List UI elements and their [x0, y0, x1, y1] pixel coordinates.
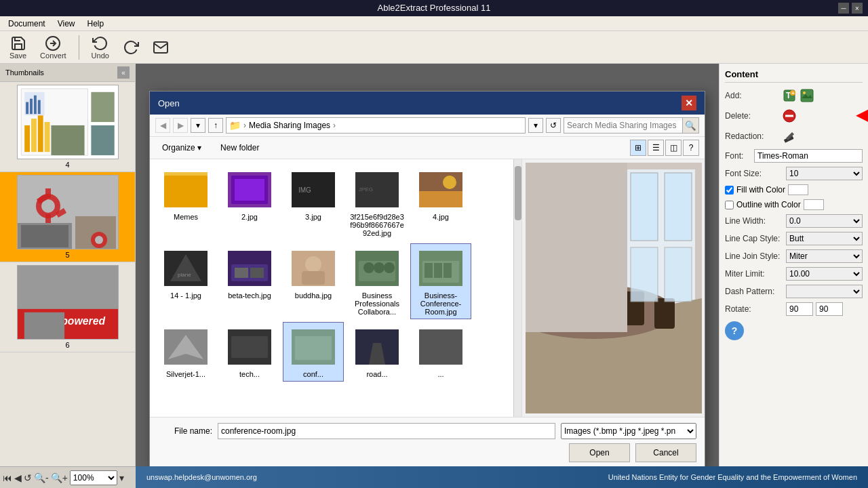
email-text: unswap.helpdesk@unwomen.org — [146, 473, 257, 481]
font-size-label: Font Size: — [725, 169, 786, 178]
file-item-14jpg[interactable]: plane 14 - 1.jpg — [155, 243, 216, 319]
open-button[interactable]: Open — [569, 443, 630, 462]
sidebar-collapse-button[interactable]: « — [117, 66, 130, 79]
replay-button[interactable]: ↺ — [24, 472, 32, 483]
file-scrollbar[interactable] — [513, 159, 521, 417]
minimize-button[interactable]: ─ — [838, 3, 849, 14]
file-item-3jpg[interactable]: IMG 3.jpg — [283, 165, 344, 241]
zoom-in-button[interactable]: 🔍+ — [51, 472, 68, 483]
first-page-button[interactable]: ⏮ — [3, 472, 12, 483]
zoom-select[interactable]: 50%75%100%125%150% — [70, 470, 117, 485]
file-item-betajpg[interactable]: beta-tech.jpg — [219, 243, 280, 319]
cancel-button[interactable]: Cancel — [635, 443, 696, 462]
filetype-select[interactable]: Images (*.bmp *.jpg *.jpeg *.pn — [561, 423, 696, 439]
dialog-close-button[interactable]: ✕ — [682, 96, 696, 110]
file-thumb-longname: JPEG — [353, 168, 401, 211]
file-item-tech[interactable]: tech... — [219, 322, 280, 382]
file-item-bcroom[interactable]: Business-Conference-Room.jpg — [410, 243, 471, 319]
file-item-plane[interactable]: Silverjet-1... — [155, 322, 216, 382]
file-list-area[interactable]: Memes — [150, 159, 513, 417]
file-name-plane: Silverjet-1... — [166, 370, 205, 378]
file-item-2jpg[interactable]: 2.jpg — [219, 165, 280, 241]
svg-point-27 — [95, 236, 103, 244]
path-dropdown-button[interactable]: ▾ — [528, 118, 543, 133]
back-button[interactable]: ◀ — [155, 118, 170, 133]
organize-button[interactable]: Organize ▾ — [155, 141, 208, 155]
up-button[interactable]: ↑ — [208, 118, 223, 133]
svg-rect-6 — [37, 115, 43, 152]
forward-button[interactable]: ▶ — [173, 118, 188, 133]
help-dialog-button[interactable]: ? — [683, 140, 699, 156]
file-item-confroom-selected[interactable]: conf... — [283, 322, 344, 382]
zoom-out-button[interactable]: 🔍- — [34, 472, 49, 483]
redaction-button[interactable] — [782, 129, 797, 144]
sidebar-header: Thumbnails « — [0, 64, 135, 82]
svg-text:+: + — [791, 90, 795, 96]
outline-color-box[interactable] — [804, 199, 824, 210]
outline-color-checkbox[interactable] — [725, 201, 734, 209]
thumb-item-5[interactable]: 5 — [0, 172, 135, 262]
file-item-road[interactable]: road... — [347, 322, 408, 382]
file-item-bp[interactable]: Business Professionals Collabora... — [347, 243, 408, 319]
new-folder-button[interactable]: New folder — [214, 141, 266, 155]
svg-rect-7 — [44, 122, 50, 152]
help-button[interactable]: ? — [725, 321, 744, 340]
center-area: Open ✕ ◀ ▶ ▾ ↑ 📁 › Media Sharing Images … — [136, 64, 719, 466]
file-thumb-4jpg — [416, 168, 465, 211]
thumbnail-scroll[interactable]: 4 — [0, 82, 135, 466]
dialog-actions-bar: Organize ▾ New folder ⊞ ☰ ◫ ? — [150, 137, 705, 159]
svg-rect-87 — [631, 173, 658, 241]
menu-document[interactable]: Document — [3, 18, 51, 30]
miter-limit-select[interactable]: 10.00 — [786, 267, 863, 281]
line-cap-select[interactable]: ButtRoundSquare — [786, 232, 863, 245]
preview-view-button[interactable]: ◫ — [665, 140, 682, 156]
thumb-item-4[interactable]: 4 — [0, 82, 135, 172]
dropdown-button[interactable]: ▾ — [191, 118, 205, 133]
rotate-input-2[interactable] — [816, 302, 843, 316]
thumb5-content — [18, 176, 118, 249]
font-size-select[interactable]: 101214 — [786, 167, 863, 180]
fill-color-checkbox[interactable] — [725, 186, 734, 195]
menu-help[interactable]: Help — [82, 18, 110, 30]
redo-button[interactable] — [119, 38, 143, 57]
list-view-button[interactable]: ☰ — [648, 140, 664, 156]
rotate-input-1[interactable] — [786, 302, 813, 316]
filename-input[interactable] — [218, 423, 555, 439]
file-item-4jpg[interactable]: 4.jpg — [410, 165, 471, 241]
svg-point-53 — [305, 256, 321, 272]
file-item-memes[interactable]: Memes — [155, 165, 216, 241]
font-input[interactable] — [754, 149, 863, 163]
convert-button[interactable]: Convert — [36, 34, 71, 61]
line-join-select[interactable]: MiterRoundBevel — [786, 249, 863, 263]
fill-color-box[interactable] — [788, 184, 808, 195]
file-item-buddha[interactable]: buddha.jpg — [283, 243, 344, 319]
svg-rect-90 — [665, 247, 692, 302]
search-input[interactable] — [564, 121, 682, 130]
save-button[interactable]: Save — [5, 34, 31, 61]
path-folder-icon: 📁 — [229, 120, 241, 131]
menu-view[interactable]: View — [52, 18, 81, 30]
search-button[interactable]: 🔍 — [682, 118, 698, 133]
delete-row: Delete: — [725, 108, 863, 123]
refresh-button[interactable]: ↺ — [546, 118, 561, 133]
delete-button[interactable] — [782, 108, 797, 123]
grid-view-button[interactable]: ⊞ — [630, 140, 646, 156]
thumb-item-6[interactable]: steamspowered 6 — [0, 262, 135, 352]
undo-button[interactable]: Undo — [87, 34, 113, 61]
prev-page-button[interactable]: ◀ — [14, 472, 22, 483]
dash-pattern-select[interactable] — [786, 285, 863, 298]
file-item-extra[interactable]: ... — [410, 322, 471, 382]
open-dialog: Open ✕ ◀ ▶ ▾ ↑ 📁 › Media Sharing Images … — [149, 91, 705, 466]
file-name-14jpg: 14 - 1.jpg — [170, 291, 201, 300]
add-label: Add: — [725, 91, 779, 100]
dialog-toolbar: ◀ ▶ ▾ ↑ 📁 › Media Sharing Images › ▾ ↺ 🔍 — [150, 115, 705, 137]
dropdown-zoom-button[interactable]: ▾ — [119, 472, 124, 483]
file-name-tech: tech... — [239, 370, 260, 378]
email-button[interactable] — [149, 38, 173, 57]
add-text-button[interactable]: T + — [782, 88, 797, 103]
close-button[interactable]: × — [852, 3, 863, 14]
file-item-longname[interactable]: JPEG 3f215e6f9d28e3f96b9f8667667e92ed.jp… — [347, 165, 408, 241]
line-width-select[interactable]: 0.0 — [786, 214, 863, 228]
dialog-file-content-wrapper: Memes — [150, 159, 705, 417]
add-image-button[interactable] — [800, 88, 814, 103]
